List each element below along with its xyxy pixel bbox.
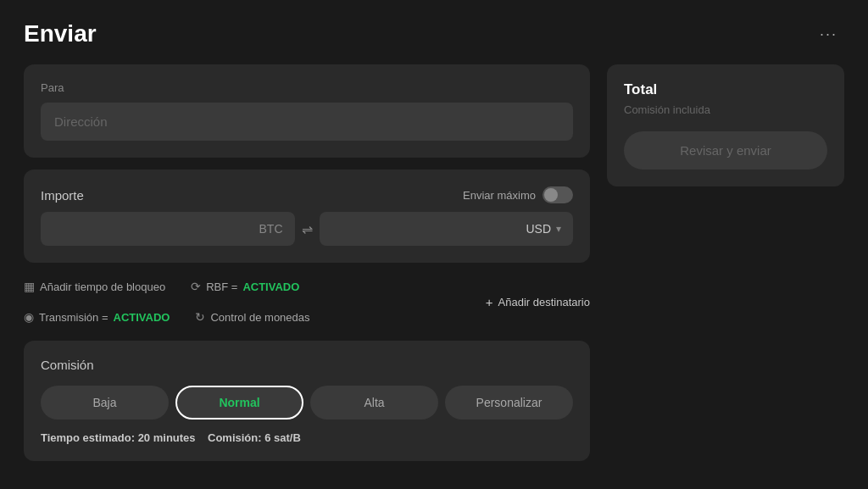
enviar-maximo-label: Enviar máximo <box>463 189 536 202</box>
fee-alta-button[interactable]: Alta <box>310 386 438 420</box>
right-panel: Total Comisión incluida Revisar y enviar <box>607 64 844 469</box>
more-button[interactable]: ··· <box>813 22 844 47</box>
add-dest-button[interactable]: + Añadir destinatario <box>486 295 590 309</box>
swap-icon[interactable]: ⇌ <box>302 221 313 237</box>
importe-label: Importe <box>41 188 84 203</box>
options-row-2: ◉ Transmisión = ACTIVADO ↻ Control de mo… <box>24 305 486 329</box>
monedas-icon: ↻ <box>195 310 205 324</box>
options-row-1: ▦ Añadir tiempo de bloqueo ⟳ RBF = ACTIV… <box>24 275 486 298</box>
transmision-button[interactable]: ◉ Transmisión = ACTIVADO <box>24 305 181 329</box>
para-label: Para <box>41 81 573 94</box>
calendar-icon: ▦ <box>24 280 35 293</box>
transmision-icon: ◉ <box>24 310 34 324</box>
total-card: Total Comisión incluida Revisar y enviar <box>607 64 844 186</box>
importe-card: Importe Enviar máximo BTC ⇌ <box>24 169 590 263</box>
fee-options: Baja Normal Alta Personalizar <box>41 386 573 420</box>
monedas-button[interactable]: ↻ Control de monedas <box>195 305 321 329</box>
add-dest-wrap: + Añadir destinatario <box>486 295 590 309</box>
usd-select[interactable]: USD ▾ <box>320 212 574 246</box>
options-container: ▦ Añadir tiempo de bloqueo ⟳ RBF = ACTIV… <box>24 275 590 329</box>
comision-label: Comisión <box>41 358 573 372</box>
rbf-button[interactable]: ⟳ RBF = ACTIVADO <box>191 275 311 298</box>
fee-personalizar-button[interactable]: Personalizar <box>445 386 573 420</box>
comision-incluida: Comisión incluida <box>624 103 827 116</box>
page-title: Enviar <box>24 20 97 47</box>
chevron-down-icon: ▾ <box>556 223 561 235</box>
enviar-maximo-row: Enviar máximo <box>463 186 573 203</box>
usd-currency-label: USD <box>526 222 551 236</box>
address-input[interactable] <box>41 103 573 141</box>
toggle-knob <box>544 188 558 202</box>
plus-icon: + <box>486 295 493 309</box>
comision-card: Comisión Baja Normal Alta Personalizar T… <box>24 341 590 461</box>
btc-input[interactable] <box>53 222 253 236</box>
fee-info: Tiempo estimado: 20 minutes Comisión: 6 … <box>41 431 573 444</box>
fee-baja-button[interactable]: Baja <box>41 386 169 420</box>
btc-input-wrap: BTC <box>41 212 295 246</box>
revisar-button[interactable]: Revisar y enviar <box>624 131 827 169</box>
fee-normal-button[interactable]: Normal <box>175 386 303 420</box>
rbf-icon: ⟳ <box>191 280 201 293</box>
total-label: Total <box>624 81 827 98</box>
options-left-col: ▦ Añadir tiempo de bloqueo ⟳ RBF = ACTIV… <box>24 275 486 329</box>
btc-currency-label: BTC <box>259 222 283 236</box>
para-card: Para <box>24 64 590 158</box>
bloqueo-button[interactable]: ▦ Añadir tiempo de bloqueo <box>24 275 177 298</box>
enviar-maximo-toggle[interactable] <box>542 186 573 203</box>
